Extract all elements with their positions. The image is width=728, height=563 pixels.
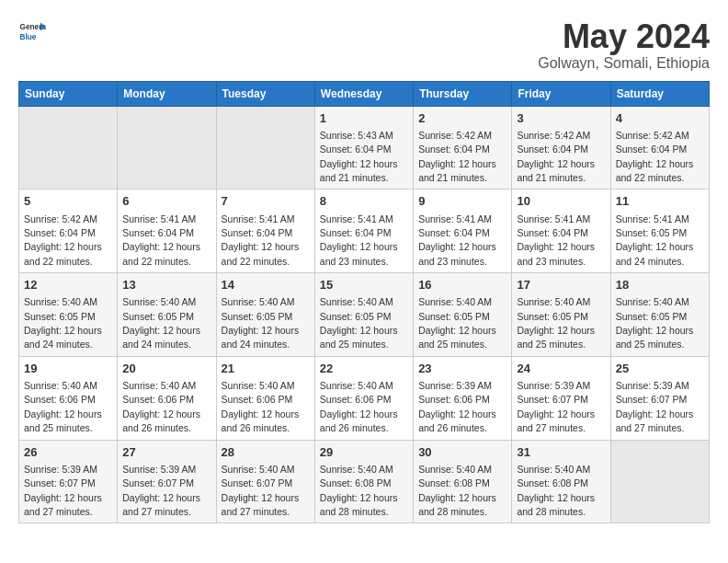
calendar-cell <box>610 440 709 523</box>
sunset-info: Sunset: 6:06 PM <box>418 394 490 405</box>
day-header-sunday: Sunday <box>19 81 118 106</box>
day-number: 28 <box>222 444 310 461</box>
daylight-info: Daylight: 12 hours and 26 minutes. <box>418 408 496 433</box>
sunset-info: Sunset: 6:05 PM <box>122 311 194 322</box>
daylight-info: Daylight: 12 hours and 26 minutes. <box>320 408 398 433</box>
day-number: 30 <box>418 444 506 461</box>
sunset-info: Sunset: 6:05 PM <box>320 311 392 322</box>
sunrise-info: Sunrise: 5:42 AM <box>24 213 97 224</box>
week-row-3: 12 Sunrise: 5:40 AM Sunset: 6:05 PM Dayl… <box>19 273 710 357</box>
calendar-cell: 26 Sunrise: 5:39 AM Sunset: 6:07 PM Dayl… <box>19 440 118 523</box>
calendar-cell: 17 Sunrise: 5:40 AM Sunset: 6:05 PM Dayl… <box>512 273 610 357</box>
sunrise-info: Sunrise: 5:41 AM <box>616 213 689 224</box>
day-number: 14 <box>222 277 310 293</box>
daylight-info: Daylight: 12 hours and 23 minutes. <box>418 241 496 266</box>
calendar-cell: 14 Sunrise: 5:40 AM Sunset: 6:05 PM Dayl… <box>216 273 314 357</box>
week-row-1: 1 Sunrise: 5:43 AM Sunset: 6:04 PM Dayli… <box>19 106 710 190</box>
day-number: 29 <box>320 444 408 461</box>
day-number: 11 <box>616 193 704 210</box>
day-header-wednesday: Wednesday <box>314 81 413 106</box>
calendar-cell: 30 Sunrise: 5:40 AM Sunset: 6:08 PM Dayl… <box>414 440 512 523</box>
sunset-info: Sunset: 6:07 PM <box>24 477 96 488</box>
day-number: 21 <box>222 361 310 377</box>
calendar-cell: 15 Sunrise: 5:40 AM Sunset: 6:05 PM Dayl… <box>314 273 413 357</box>
day-number: 18 <box>616 277 704 293</box>
sunrise-info: Sunrise: 5:39 AM <box>616 380 689 391</box>
location-subtitle: Golwayn, Somali, Ethiopia <box>538 55 710 72</box>
calendar-cell: 18 Sunrise: 5:40 AM Sunset: 6:05 PM Dayl… <box>610 273 709 357</box>
day-number: 2 <box>418 110 506 127</box>
sunset-info: Sunset: 6:05 PM <box>418 311 490 322</box>
calendar-cell: 2 Sunrise: 5:42 AM Sunset: 6:04 PM Dayli… <box>414 106 512 190</box>
day-number: 10 <box>517 193 605 210</box>
daylight-info: Daylight: 12 hours and 27 minutes. <box>517 408 595 433</box>
day-number: 12 <box>24 277 112 293</box>
calendar-cell: 25 Sunrise: 5:39 AM Sunset: 6:07 PM Dayl… <box>610 356 709 440</box>
sunset-info: Sunset: 6:06 PM <box>24 394 96 405</box>
day-number: 19 <box>24 361 112 377</box>
sunset-info: Sunset: 6:04 PM <box>418 144 490 155</box>
svg-text:Blue: Blue <box>20 33 37 41</box>
sunrise-info: Sunrise: 5:40 AM <box>24 380 97 391</box>
calendar-cell: 27 Sunrise: 5:39 AM Sunset: 6:07 PM Dayl… <box>118 440 216 523</box>
sunset-info: Sunset: 6:04 PM <box>517 144 588 155</box>
sunset-info: Sunset: 6:04 PM <box>320 227 392 238</box>
sunrise-info: Sunrise: 5:40 AM <box>517 464 590 475</box>
sunrise-info: Sunrise: 5:40 AM <box>517 296 590 307</box>
daylight-info: Daylight: 12 hours and 26 minutes. <box>122 408 200 433</box>
week-row-5: 26 Sunrise: 5:39 AM Sunset: 6:07 PM Dayl… <box>19 440 710 523</box>
calendar-cell: 6 Sunrise: 5:41 AM Sunset: 6:04 PM Dayli… <box>118 190 216 273</box>
sunset-info: Sunset: 6:07 PM <box>517 394 588 405</box>
daylight-info: Daylight: 12 hours and 25 minutes. <box>320 325 398 350</box>
sunrise-info: Sunrise: 5:40 AM <box>222 380 295 391</box>
calendar-cell: 28 Sunrise: 5:40 AM Sunset: 6:07 PM Dayl… <box>216 440 314 523</box>
sunset-info: Sunset: 6:06 PM <box>320 394 392 405</box>
day-number: 8 <box>320 193 408 210</box>
day-number: 3 <box>517 110 605 127</box>
day-header-monday: Monday <box>118 81 216 106</box>
daylight-info: Daylight: 12 hours and 22 minutes. <box>122 241 200 266</box>
sunrise-info: Sunrise: 5:41 AM <box>122 213 196 224</box>
day-number: 17 <box>517 277 605 293</box>
day-number: 23 <box>418 361 506 377</box>
day-number: 15 <box>320 277 408 293</box>
sunset-info: Sunset: 6:06 PM <box>122 394 194 405</box>
day-number: 9 <box>418 193 506 210</box>
day-number: 20 <box>122 361 210 377</box>
sunrise-info: Sunrise: 5:40 AM <box>320 296 393 307</box>
sunrise-info: Sunrise: 5:40 AM <box>418 296 492 307</box>
calendar-cell: 3 Sunrise: 5:42 AM Sunset: 6:04 PM Dayli… <box>512 106 610 190</box>
calendar-cell: 22 Sunrise: 5:40 AM Sunset: 6:06 PM Dayl… <box>314 356 413 440</box>
sunset-info: Sunset: 6:08 PM <box>517 477 588 488</box>
sunset-info: Sunset: 6:04 PM <box>418 227 490 238</box>
daylight-info: Daylight: 12 hours and 28 minutes. <box>517 492 595 517</box>
sunset-info: Sunset: 6:04 PM <box>222 227 293 238</box>
sunset-info: Sunset: 6:05 PM <box>616 311 688 322</box>
calendar-cell: 4 Sunrise: 5:42 AM Sunset: 6:04 PM Dayli… <box>610 106 709 190</box>
sunrise-info: Sunrise: 5:39 AM <box>122 464 196 475</box>
sunset-info: Sunset: 6:04 PM <box>320 144 392 155</box>
sunset-info: Sunset: 6:04 PM <box>122 227 194 238</box>
sunrise-info: Sunrise: 5:43 AM <box>320 130 393 141</box>
sunrise-info: Sunrise: 5:41 AM <box>222 213 295 224</box>
month-title: May 2024 <box>538 18 710 55</box>
calendar-cell: 19 Sunrise: 5:40 AM Sunset: 6:06 PM Dayl… <box>19 356 118 440</box>
day-number: 6 <box>122 193 210 210</box>
sunset-info: Sunset: 6:05 PM <box>24 311 96 322</box>
daylight-info: Daylight: 12 hours and 24 minutes. <box>616 241 694 266</box>
sunset-info: Sunset: 6:04 PM <box>616 144 688 155</box>
daylight-info: Daylight: 12 hours and 25 minutes. <box>418 325 496 350</box>
sunrise-info: Sunrise: 5:42 AM <box>418 130 492 141</box>
sunset-info: Sunset: 6:05 PM <box>517 311 588 322</box>
sunrise-info: Sunrise: 5:42 AM <box>517 130 590 141</box>
day-number: 4 <box>616 110 704 127</box>
daylight-info: Daylight: 12 hours and 27 minutes. <box>24 492 102 517</box>
calendar-cell: 20 Sunrise: 5:40 AM Sunset: 6:06 PM Dayl… <box>118 356 216 440</box>
daylight-info: Daylight: 12 hours and 27 minutes. <box>122 492 200 517</box>
sunset-info: Sunset: 6:07 PM <box>616 394 688 405</box>
sunrise-info: Sunrise: 5:40 AM <box>24 296 97 307</box>
daylight-info: Daylight: 12 hours and 25 minutes. <box>616 325 694 350</box>
sunrise-info: Sunrise: 5:40 AM <box>418 464 492 475</box>
daylight-info: Daylight: 12 hours and 22 minutes. <box>24 241 102 266</box>
calendar-cell: 11 Sunrise: 5:41 AM Sunset: 6:05 PM Dayl… <box>610 190 709 273</box>
